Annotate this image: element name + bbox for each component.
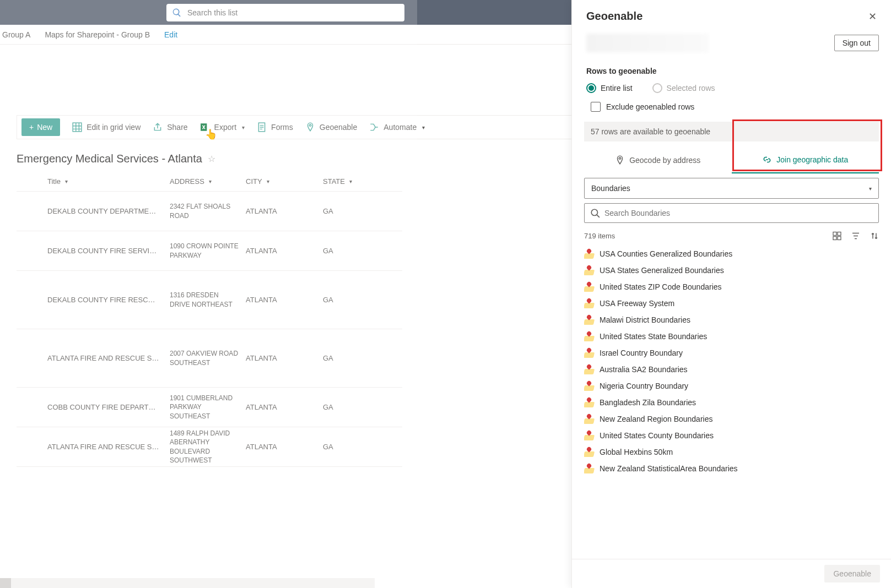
result-item[interactable]: Global Hexbins 50km <box>584 444 882 460</box>
horizontal-scrollbar[interactable] <box>0 578 375 588</box>
tab-join[interactable]: Join geographic data <box>732 147 879 173</box>
cell-address: 1090 CROWN POINTE PARKWAY <box>170 242 246 259</box>
result-item[interactable]: New Zealand StatisticalArea Boundaries <box>584 460 882 477</box>
export-button[interactable]: Export ▾ <box>200 122 245 132</box>
result-item[interactable]: Israel Country Boundary <box>584 345 882 361</box>
table-row[interactable]: ATLANTA FIRE AND RESCUE STATION 171489 R… <box>17 427 402 467</box>
nav-edit[interactable]: Edit <box>164 30 177 39</box>
cell-city: ATLANTA <box>246 247 323 255</box>
star-icon[interactable]: ☆ <box>208 154 215 164</box>
cell-address: 1901 CUMBERLAND PARKWAY SOUTHEAST <box>170 394 246 421</box>
result-item-label: Malawi District Boundaries <box>600 315 690 324</box>
cell-title: ATLANTA FIRE AND RESCUE STATION 17 <box>17 443 170 451</box>
cell-title: DEKALB COUNTY DEPARTMENT OF FIRE A... <box>17 207 170 215</box>
column-header-address[interactable]: ADDRESS▾ <box>170 177 246 186</box>
new-button-label: New <box>37 123 52 132</box>
result-item-label: United States ZIP Code Boundaries <box>600 282 722 291</box>
boundaries-select[interactable]: Boundaries ▾ <box>584 178 879 199</box>
cell-state: GA <box>323 403 389 411</box>
user-info-redacted <box>586 34 709 52</box>
radio-entire-list[interactable]: Entire list <box>586 83 633 93</box>
tab-geocode-label: Geocode by address <box>629 156 700 165</box>
layer-icon <box>584 298 594 308</box>
data-table: Title▾ ADDRESS▾ CITY▾ STATE▾ DEKALB COUN… <box>17 177 402 467</box>
exclude-label: Exclude geoenabled rows <box>606 102 694 111</box>
svg-rect-10 <box>838 237 841 240</box>
forms-button[interactable]: Forms <box>257 122 293 132</box>
result-item-label: United States State Boundaries <box>600 332 707 341</box>
result-item[interactable]: United States ZIP Code Boundaries <box>584 279 882 295</box>
share-button[interactable]: Share <box>153 122 187 132</box>
filter-icon[interactable] <box>851 231 860 241</box>
link-icon <box>762 155 772 165</box>
result-item[interactable]: New Zealand Region Boundaries <box>584 411 882 427</box>
result-item[interactable]: Malawi District Boundaries <box>584 312 882 328</box>
share-icon <box>153 122 163 132</box>
result-item[interactable]: Bangladesh Zila Boundaries <box>584 394 882 411</box>
layer-icon <box>584 381 594 391</box>
chevron-down-icon: ▾ <box>869 186 872 192</box>
svg-point-3 <box>309 124 311 126</box>
result-item[interactable]: Nigeria Country Boundary <box>584 378 882 394</box>
chevron-down-icon: ▾ <box>267 178 269 184</box>
layer-icon <box>584 315 594 325</box>
boundaries-search-input[interactable] <box>604 209 873 217</box>
table-row[interactable]: ATLANTA FIRE AND RESCUE STATION 182007 O… <box>17 329 402 388</box>
cell-state: GA <box>323 443 389 451</box>
form-icon <box>257 122 267 132</box>
table-row[interactable]: DEKALB COUNTY FIRE SERVICES STATION 2110… <box>17 231 402 271</box>
nav-group-a[interactable]: Group A <box>2 30 30 39</box>
svg-rect-0 <box>73 123 82 132</box>
cell-address: 1489 RALPH DAVID ABERNATHY BOULEVARD SOU… <box>170 429 246 465</box>
rows-section-label: Rows to geoenable <box>572 59 891 80</box>
result-item[interactable]: USA Freeway System <box>584 295 882 312</box>
chevron-down-icon: ▾ <box>242 124 245 130</box>
plus-icon: + <box>29 123 34 132</box>
new-button[interactable]: + New <box>21 118 60 136</box>
result-item-label: USA Counties Generalized Boundaries <box>600 249 732 258</box>
column-header-title[interactable]: Title▾ <box>17 177 170 186</box>
result-item[interactable]: USA Counties Generalized Boundaries <box>584 246 882 262</box>
table-row[interactable]: COBB COUNTY FIRE DEPARTMENT STATIO...190… <box>17 388 402 427</box>
edit-grid-button[interactable]: Edit in grid view <box>72 122 141 132</box>
column-header-city[interactable]: CITY▾ <box>246 177 323 186</box>
result-item[interactable]: USA States Generalized Boundaries <box>584 262 882 279</box>
layer-icon <box>584 364 594 374</box>
result-item[interactable]: United States County Boundaries <box>584 427 882 444</box>
result-item[interactable]: Australia SA2 Boundaries <box>584 361 882 378</box>
table-row[interactable]: DEKALB COUNTY DEPARTMENT OF FIRE A...234… <box>17 192 402 231</box>
cell-title: DEKALB COUNTY FIRE SERVICES STATION 21 <box>17 247 170 255</box>
tab-join-label: Join geographic data <box>776 155 848 164</box>
svg-rect-9 <box>833 237 836 240</box>
result-item-label: Global Hexbins 50km <box>600 448 673 456</box>
result-item[interactable]: United States State Boundaries <box>584 328 882 345</box>
search-box[interactable] <box>166 4 404 21</box>
result-item-label: United States County Boundaries <box>600 431 714 440</box>
column-header-state[interactable]: STATE▾ <box>323 177 389 186</box>
geoenable-toolbar-button[interactable]: Geoenable <box>305 122 358 132</box>
cell-state: GA <box>323 247 389 255</box>
result-item-label: Israel Country Boundary <box>600 349 683 357</box>
select-value: Boundaries <box>591 184 630 193</box>
layer-icon <box>584 447 594 457</box>
nav-group-b[interactable]: Maps for Sharepoint - Group B <box>45 30 150 39</box>
exclude-checkbox-row[interactable]: Exclude geoenabled rows <box>572 96 891 117</box>
tab-geocode[interactable]: Geocode by address <box>584 147 732 173</box>
layer-icon <box>584 331 594 341</box>
geoenable-tabs: Geocode by address Join geographic data <box>584 147 879 173</box>
cell-state: GA <box>323 354 389 362</box>
result-item-label: Australia SA2 Boundaries <box>600 365 688 374</box>
search-icon <box>172 8 182 18</box>
search-input[interactable] <box>187 8 399 17</box>
boundaries-search[interactable] <box>584 203 879 223</box>
radio-selected-label: Selected rows <box>667 84 715 92</box>
cell-city: ATLANTA <box>246 207 323 215</box>
sort-icon[interactable] <box>870 231 879 241</box>
automate-button[interactable]: Automate ▾ <box>369 122 425 132</box>
close-icon[interactable]: ✕ <box>868 10 877 23</box>
boundaries-result-list[interactable]: USA Counties Generalized BoundariesUSA S… <box>584 246 885 559</box>
radio-icon <box>652 83 662 93</box>
table-row[interactable]: DEKALB COUNTY FIRE RESCUE STATION 21316 … <box>17 271 402 329</box>
signout-button[interactable]: Sign out <box>834 35 879 51</box>
grid-view-icon[interactable] <box>833 231 841 241</box>
